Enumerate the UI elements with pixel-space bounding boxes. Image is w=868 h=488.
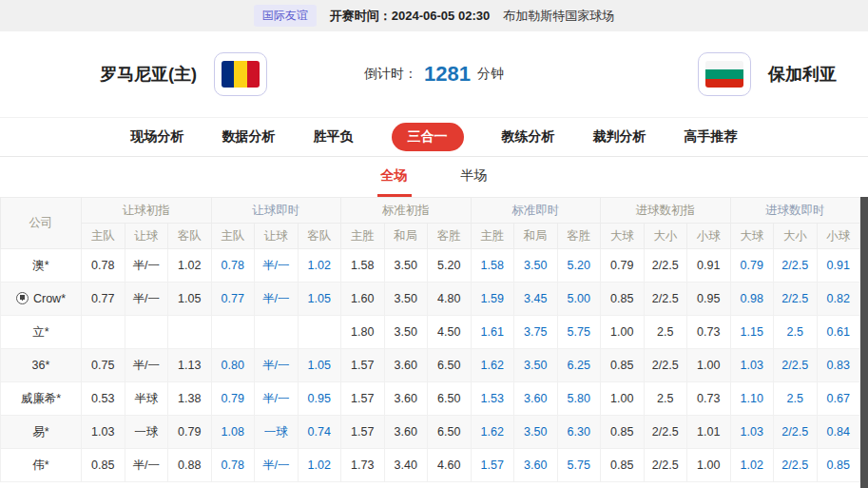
odds-cell[interactable]: 0.85 xyxy=(601,416,645,449)
odds-cell[interactable] xyxy=(255,316,299,349)
tab-data-analysis[interactable]: 数据分析 xyxy=(222,128,276,146)
odds-cell[interactable]: 0.79 xyxy=(601,249,645,283)
odds-cell[interactable]: 0.79 xyxy=(168,416,212,449)
odds-cell[interactable]: 0.98 xyxy=(730,283,774,316)
odds-cell[interactable]: 1.57 xyxy=(471,449,514,482)
odds-cell[interactable]: 一球 xyxy=(255,416,299,449)
odds-cell[interactable]: 半/一 xyxy=(255,382,299,416)
odds-cell[interactable]: 2/2.5 xyxy=(774,416,818,449)
odds-cell[interactable]: 0.84 xyxy=(817,416,860,449)
odds-cell[interactable]: 2/2.5 xyxy=(774,349,818,382)
odds-cell[interactable]: 0.85 xyxy=(601,283,645,316)
odds-cell[interactable]: 1.13 xyxy=(168,349,212,382)
odds-cell[interactable]: 1.00 xyxy=(601,382,645,416)
odds-cell[interactable]: 0.80 xyxy=(211,349,255,382)
odds-cell[interactable]: 1.00 xyxy=(687,449,731,482)
company-cell[interactable]: 36* xyxy=(1,349,82,382)
odds-cell[interactable]: 3.50 xyxy=(514,416,558,449)
odds-cell[interactable]: 5.20 xyxy=(557,249,601,283)
tab-coach-analysis[interactable]: 教练分析 xyxy=(502,128,555,146)
odds-cell[interactable]: 4.50 xyxy=(428,316,472,349)
subtab-full-match[interactable]: 全场 xyxy=(377,157,412,197)
odds-cell[interactable]: 半/一 xyxy=(255,349,299,382)
tab-referee-analysis[interactable]: 裁判分析 xyxy=(593,128,646,146)
odds-cell[interactable] xyxy=(298,316,341,349)
odds-cell[interactable]: 0.77 xyxy=(82,283,125,316)
odds-cell[interactable]: 0.82 xyxy=(817,283,860,316)
odds-cell[interactable]: 1.05 xyxy=(298,283,341,316)
odds-cell[interactable]: 2/2.5 xyxy=(644,349,687,382)
odds-cell[interactable]: 1.57 xyxy=(341,416,385,449)
odds-cell[interactable]: 0.78 xyxy=(211,249,255,283)
odds-cell[interactable]: 半/一 xyxy=(125,349,168,382)
odds-cell[interactable]: 1.61 xyxy=(471,316,514,349)
odds-cell[interactable]: 3.50 xyxy=(384,283,428,316)
odds-cell[interactable]: 2/2.5 xyxy=(644,416,687,449)
odds-cell[interactable]: 1.10 xyxy=(730,382,774,416)
odds-cell[interactable]: 1.38 xyxy=(168,382,212,416)
odds-cell[interactable]: 3.50 xyxy=(514,249,558,283)
company-cell[interactable]: 立* xyxy=(1,316,82,349)
odds-cell[interactable]: 3.60 xyxy=(384,349,428,382)
odds-cell[interactable]: 0.78 xyxy=(211,449,255,482)
odds-cell[interactable]: 1.57 xyxy=(341,349,385,382)
odds-cell[interactable]: 4.80 xyxy=(428,283,472,316)
odds-cell[interactable]: 0.79 xyxy=(730,249,774,283)
odds-cell[interactable]: 1.00 xyxy=(601,316,645,349)
odds-cell[interactable]: 2/2.5 xyxy=(774,249,818,283)
odds-cell[interactable]: 0.78 xyxy=(82,249,125,283)
odds-cell[interactable]: 0.74 xyxy=(298,416,341,449)
odds-cell[interactable]: 3.60 xyxy=(384,382,428,416)
odds-cell[interactable]: 2/2.5 xyxy=(774,283,818,316)
odds-cell[interactable]: 0.79 xyxy=(211,382,255,416)
odds-cell[interactable]: 1.01 xyxy=(687,416,731,449)
odds-cell[interactable]: 3.50 xyxy=(384,316,428,349)
odds-cell[interactable]: 0.73 xyxy=(687,316,731,349)
odds-cell[interactable]: 6.50 xyxy=(428,382,472,416)
odds-cell[interactable]: 0.75 xyxy=(82,349,125,382)
tab-expert-tips[interactable]: 高手推荐 xyxy=(685,128,738,146)
odds-cell[interactable]: 0.61 xyxy=(817,316,860,349)
odds-cell[interactable] xyxy=(125,316,168,349)
odds-cell[interactable]: 1.03 xyxy=(730,349,774,382)
vertical-scrollbar[interactable] xyxy=(860,197,868,488)
tab-live-analysis[interactable]: 现场分析 xyxy=(131,128,184,146)
odds-cell[interactable]: 0.77 xyxy=(211,283,255,316)
odds-cell[interactable]: 5.20 xyxy=(428,249,472,283)
odds-cell[interactable]: 2/2.5 xyxy=(644,283,687,316)
odds-cell[interactable]: 1.59 xyxy=(471,283,514,316)
odds-cell[interactable]: 1.58 xyxy=(471,249,514,283)
odds-cell[interactable] xyxy=(168,316,212,349)
odds-cell[interactable]: 5.75 xyxy=(557,449,601,482)
odds-cell[interactable]: 2.5 xyxy=(774,316,818,349)
odds-cell[interactable] xyxy=(211,316,255,349)
odds-cell[interactable]: 0.91 xyxy=(687,249,731,283)
odds-cell[interactable]: 1.00 xyxy=(687,349,731,382)
odds-cell[interactable]: 半/一 xyxy=(255,449,299,482)
odds-cell[interactable]: 1.08 xyxy=(211,416,255,449)
odds-cell[interactable]: 半球 xyxy=(125,382,168,416)
odds-cell[interactable]: 半/一 xyxy=(255,249,299,283)
odds-cell[interactable]: 0.85 xyxy=(82,449,125,482)
odds-cell[interactable]: 半/一 xyxy=(255,283,299,316)
odds-cell[interactable]: 1.02 xyxy=(298,449,341,482)
odds-cell[interactable]: 3.45 xyxy=(514,283,558,316)
odds-cell[interactable]: 0.85 xyxy=(601,349,645,382)
odds-cell[interactable]: 4.60 xyxy=(428,449,472,482)
odds-cell[interactable]: 0.85 xyxy=(601,449,645,482)
odds-cell[interactable] xyxy=(82,316,125,349)
odds-cell[interactable]: 3.75 xyxy=(514,316,558,349)
odds-cell[interactable]: 半/一 xyxy=(125,283,168,316)
odds-cell[interactable]: 2.5 xyxy=(644,382,687,416)
odds-cell[interactable]: 1.02 xyxy=(298,249,341,283)
odds-cell[interactable]: 0.67 xyxy=(817,382,860,416)
odds-cell[interactable]: 0.83 xyxy=(817,349,860,382)
odds-cell[interactable]: 1.03 xyxy=(730,416,774,449)
odds-cell[interactable]: 0.95 xyxy=(298,382,341,416)
odds-cell[interactable]: 2/2.5 xyxy=(774,449,818,482)
odds-cell[interactable]: 3.50 xyxy=(384,249,428,283)
odds-cell[interactable]: 6.25 xyxy=(557,349,601,382)
odds-cell[interactable]: 1.58 xyxy=(341,249,385,283)
odds-cell[interactable]: 1.60 xyxy=(341,283,385,316)
tab-win-draw-lose[interactable]: 胜平负 xyxy=(314,128,354,146)
